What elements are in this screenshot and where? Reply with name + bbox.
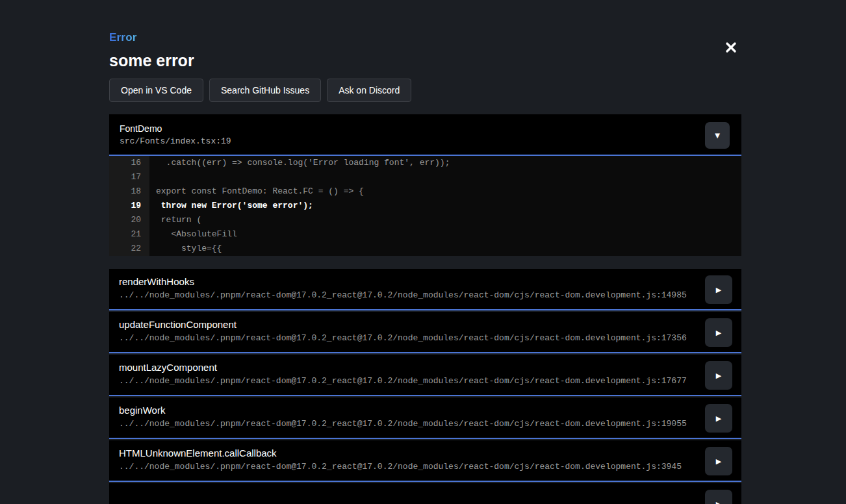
chevron-down-icon: ▼ <box>715 132 720 139</box>
code-frame-panel: FontDemo src/Fonts/index.tsx:19 ▼ 16 .ca… <box>109 114 741 256</box>
open-in-vscode-button[interactable]: Open in VS Code <box>109 79 203 102</box>
line-text: throw new Error('some error'); <box>149 199 313 213</box>
code-line: 20 return ( <box>109 213 741 227</box>
line-text: <AbsoluteFill <box>149 227 237 242</box>
code-frame-header: FontDemo src/Fonts/index.tsx:19 ▼ <box>109 114 741 156</box>
stack-frame-location: ../../node_modules/.pnpm/react-dom@17.0.… <box>119 419 696 429</box>
line-text: export const FontDemo: React.FC = () => … <box>149 184 364 199</box>
triangle-right-icon: ▶ <box>716 501 721 504</box>
code-frame-title: FontDemo <box>120 123 731 134</box>
code-frame-location: src/Fonts/index.tsx:19 <box>120 136 731 146</box>
action-bar: Open in VS Code Search GitHub Issues Ask… <box>109 79 741 102</box>
stack-frame-list: renderWithHooks ../../node_modules/.pnpm… <box>109 269 741 504</box>
code-lines: 16 .catch((err) => console.log('Error lo… <box>109 156 741 256</box>
stack-frame-row: renderWithHooks ../../node_modules/.pnpm… <box>109 269 741 310</box>
close-button[interactable] <box>723 39 739 56</box>
line-number: 19 <box>109 199 149 213</box>
line-number: 20 <box>109 213 149 227</box>
page-title: some error <box>109 51 741 70</box>
line-number: 17 <box>109 170 149 184</box>
line-text <box>149 170 156 184</box>
stack-frame-location: ../../node_modules/.pnpm/react-dom@17.0.… <box>119 290 696 300</box>
code-line: 16 .catch((err) => console.log('Error lo… <box>109 156 741 170</box>
code-line: 21 <AbsoluteFill <box>109 227 741 242</box>
ask-on-discord-button[interactable]: Ask on Discord <box>327 79 411 102</box>
code-line: 18 export const FontDemo: React.FC = () … <box>109 184 741 199</box>
expand-frame-button[interactable]: ▶ <box>705 490 732 504</box>
line-number: 22 <box>109 242 149 256</box>
expand-frame-button[interactable]: ▶ <box>705 275 732 304</box>
line-text: return ( <box>149 213 201 227</box>
stack-frame-row: mountLazyComponent ../../node_modules/.p… <box>109 355 741 396</box>
error-type-label: Error <box>109 31 137 44</box>
triangle-right-icon: ▶ <box>716 329 721 336</box>
line-number: 18 <box>109 184 149 199</box>
triangle-right-icon: ▶ <box>716 415 721 422</box>
collapse-code-button[interactable]: ▼ <box>705 122 730 149</box>
expand-frame-button[interactable]: ▶ <box>705 447 732 475</box>
triangle-right-icon: ▶ <box>716 458 721 465</box>
stack-frame-function: renderWithHooks <box>119 276 696 287</box>
stack-frame-function: beginWork <box>119 405 696 416</box>
stack-frame-row: updateFunctionComponent ../../node_modul… <box>109 312 741 353</box>
stack-frame-function: mountLazyComponent <box>119 362 696 373</box>
stack-frame-function: HTMLUnknownElement.callCallback <box>119 447 696 459</box>
stack-frame-location: ../../node_modules/.pnpm/react-dom@17.0.… <box>119 462 696 472</box>
code-line: 22 style={{ <box>109 242 741 256</box>
expand-frame-button[interactable]: ▶ <box>705 361 732 390</box>
triangle-right-icon: ▶ <box>716 286 721 294</box>
triangle-right-icon: ▶ <box>716 372 721 379</box>
stack-frame-location: ../../node_modules/.pnpm/react-dom@17.0.… <box>119 376 696 386</box>
expand-frame-button[interactable]: ▶ <box>705 318 732 347</box>
error-overlay: Error some error Open in VS Code Search … <box>109 0 741 504</box>
expand-frame-button[interactable]: ▶ <box>705 404 732 433</box>
code-line: 17 <box>109 170 741 184</box>
stack-frame-row: ▶ <box>109 483 741 504</box>
line-text: .catch((err) => console.log('Error loadi… <box>149 156 450 170</box>
stack-frame-row: beginWork ../../node_modules/.pnpm/react… <box>109 397 741 439</box>
stack-frame-location: ../../node_modules/.pnpm/react-dom@17.0.… <box>119 333 696 343</box>
close-icon <box>725 42 737 53</box>
stack-frame-row: HTMLUnknownElement.callCallback ../../no… <box>109 440 741 482</box>
code-line: 19 throw new Error('some error'); <box>109 199 741 213</box>
stack-frame-function: updateFunctionComponent <box>119 319 696 330</box>
line-number: 21 <box>109 227 149 242</box>
line-number: 16 <box>109 156 149 170</box>
line-text: style={{ <box>149 242 222 256</box>
search-github-issues-button[interactable]: Search GitHub Issues <box>209 79 321 102</box>
